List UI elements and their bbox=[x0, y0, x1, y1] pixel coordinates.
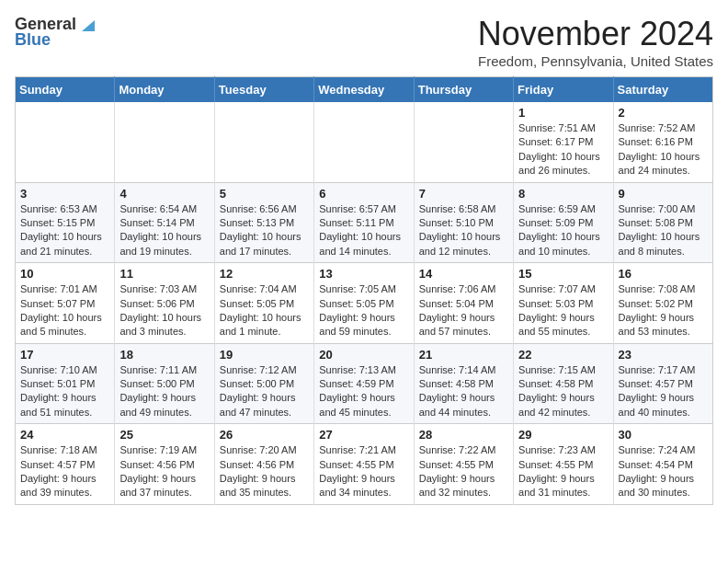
weekday-header-sunday: Sunday bbox=[16, 77, 115, 103]
weekday-header-monday: Monday bbox=[115, 77, 214, 103]
calendar-cell: 30Sunrise: 7:24 AMSunset: 4:54 PMDayligh… bbox=[613, 424, 712, 505]
calendar-body: 1Sunrise: 7:51 AMSunset: 6:17 PMDaylight… bbox=[16, 102, 713, 504]
day-number: 10 bbox=[20, 267, 109, 281]
calendar-cell: 11Sunrise: 7:03 AMSunset: 5:06 PMDayligh… bbox=[115, 263, 214, 344]
day-number: 13 bbox=[319, 267, 408, 281]
day-info: Sunrise: 6:58 AMSunset: 5:10 PMDaylight:… bbox=[419, 202, 508, 259]
calendar-cell: 21Sunrise: 7:14 AMSunset: 4:58 PMDayligh… bbox=[414, 343, 513, 424]
day-info: Sunrise: 6:57 AMSunset: 5:11 PMDaylight:… bbox=[319, 202, 408, 259]
title-block: November 2024 Freedom, Pennsylvania, Uni… bbox=[478, 15, 713, 69]
day-info: Sunrise: 7:18 AMSunset: 4:57 PMDaylight:… bbox=[20, 443, 109, 500]
day-info: Sunrise: 7:20 AMSunset: 4:56 PMDaylight:… bbox=[220, 443, 309, 500]
calendar-cell: 18Sunrise: 7:11 AMSunset: 5:00 PMDayligh… bbox=[115, 343, 214, 424]
day-number: 19 bbox=[220, 348, 309, 362]
calendar-cell: 4Sunrise: 6:54 AMSunset: 5:14 PMDaylight… bbox=[115, 182, 214, 263]
day-info: Sunrise: 7:05 AMSunset: 5:05 PMDaylight:… bbox=[319, 282, 408, 339]
location: Freedom, Pennsylvania, United States bbox=[478, 53, 713, 69]
calendar-cell bbox=[16, 102, 115, 182]
day-info: Sunrise: 7:11 AMSunset: 5:00 PMDaylight:… bbox=[119, 363, 209, 420]
calendar-cell: 16Sunrise: 7:08 AMSunset: 5:02 PMDayligh… bbox=[613, 263, 712, 344]
day-info: Sunrise: 7:06 AMSunset: 5:04 PMDaylight:… bbox=[419, 282, 508, 339]
weekday-header-row: SundayMondayTuesdayWednesdayThursdayFrid… bbox=[16, 77, 713, 103]
day-number: 22 bbox=[518, 348, 608, 362]
day-info: Sunrise: 7:23 AMSunset: 4:55 PMDaylight:… bbox=[518, 443, 608, 500]
calendar-cell: 10Sunrise: 7:01 AMSunset: 5:07 PMDayligh… bbox=[16, 263, 115, 344]
day-info: Sunrise: 6:53 AMSunset: 5:15 PMDaylight:… bbox=[20, 202, 109, 259]
logo-triangle-icon bbox=[78, 17, 95, 33]
calendar-cell: 13Sunrise: 7:05 AMSunset: 5:05 PMDayligh… bbox=[314, 263, 414, 344]
calendar-cell: 23Sunrise: 7:17 AMSunset: 4:57 PMDayligh… bbox=[613, 343, 712, 424]
day-info: Sunrise: 6:54 AMSunset: 5:14 PMDaylight:… bbox=[119, 202, 209, 259]
calendar-cell: 22Sunrise: 7:15 AMSunset: 4:58 PMDayligh… bbox=[514, 343, 613, 424]
calendar-cell bbox=[115, 102, 214, 182]
day-info: Sunrise: 7:03 AMSunset: 5:06 PMDaylight:… bbox=[119, 282, 209, 339]
calendar-cell: 28Sunrise: 7:22 AMSunset: 4:55 PMDayligh… bbox=[414, 424, 513, 505]
calendar-header: SundayMondayTuesdayWednesdayThursdayFrid… bbox=[16, 77, 713, 103]
weekday-header-thursday: Thursday bbox=[414, 77, 513, 103]
day-info: Sunrise: 7:17 AMSunset: 4:57 PMDaylight:… bbox=[619, 363, 708, 420]
calendar-week-row: 17Sunrise: 7:10 AMSunset: 5:01 PMDayligh… bbox=[16, 343, 713, 424]
day-number: 29 bbox=[518, 428, 608, 442]
day-info: Sunrise: 7:07 AMSunset: 5:03 PMDaylight:… bbox=[518, 282, 608, 339]
day-number: 3 bbox=[20, 187, 109, 201]
day-number: 16 bbox=[619, 267, 708, 281]
calendar-cell: 15Sunrise: 7:07 AMSunset: 5:03 PMDayligh… bbox=[514, 263, 613, 344]
calendar-cell: 12Sunrise: 7:04 AMSunset: 5:05 PMDayligh… bbox=[214, 263, 313, 344]
day-number: 26 bbox=[220, 428, 309, 442]
calendar-cell: 29Sunrise: 7:23 AMSunset: 4:55 PMDayligh… bbox=[514, 424, 613, 505]
day-info: Sunrise: 7:00 AMSunset: 5:08 PMDaylight:… bbox=[619, 202, 708, 259]
weekday-header-saturday: Saturday bbox=[613, 77, 712, 103]
calendar-week-row: 10Sunrise: 7:01 AMSunset: 5:07 PMDayligh… bbox=[16, 263, 713, 344]
calendar-cell: 19Sunrise: 7:12 AMSunset: 5:00 PMDayligh… bbox=[214, 343, 313, 424]
day-info: Sunrise: 7:52 AMSunset: 6:16 PMDaylight:… bbox=[619, 121, 708, 178]
day-info: Sunrise: 7:15 AMSunset: 4:58 PMDaylight:… bbox=[518, 363, 608, 420]
day-number: 5 bbox=[220, 187, 309, 201]
day-number: 8 bbox=[518, 187, 608, 201]
calendar-cell: 1Sunrise: 7:51 AMSunset: 6:17 PMDaylight… bbox=[514, 102, 613, 182]
calendar-cell: 20Sunrise: 7:13 AMSunset: 4:59 PMDayligh… bbox=[314, 343, 414, 424]
logo: General Blue bbox=[15, 15, 95, 50]
day-number: 15 bbox=[518, 267, 608, 281]
svg-marker-0 bbox=[82, 20, 95, 31]
calendar-cell: 2Sunrise: 7:52 AMSunset: 6:16 PMDaylight… bbox=[613, 102, 712, 182]
day-number: 24 bbox=[20, 428, 109, 442]
day-number: 20 bbox=[319, 348, 408, 362]
calendar-cell: 8Sunrise: 6:59 AMSunset: 5:09 PMDaylight… bbox=[514, 182, 613, 263]
calendar-week-row: 3Sunrise: 6:53 AMSunset: 5:15 PMDaylight… bbox=[16, 182, 713, 263]
calendar-cell: 5Sunrise: 6:56 AMSunset: 5:13 PMDaylight… bbox=[214, 182, 313, 263]
day-info: Sunrise: 7:24 AMSunset: 4:54 PMDaylight:… bbox=[619, 443, 708, 500]
calendar-cell: 3Sunrise: 6:53 AMSunset: 5:15 PMDaylight… bbox=[16, 182, 115, 263]
day-info: Sunrise: 7:14 AMSunset: 4:58 PMDaylight:… bbox=[419, 363, 508, 420]
day-number: 11 bbox=[119, 267, 209, 281]
month-title: November 2024 bbox=[478, 15, 713, 53]
calendar-cell: 24Sunrise: 7:18 AMSunset: 4:57 PMDayligh… bbox=[16, 424, 115, 505]
calendar-cell: 9Sunrise: 7:00 AMSunset: 5:08 PMDaylight… bbox=[613, 182, 712, 263]
calendar-cell bbox=[414, 102, 513, 182]
page-header: General Blue November 2024 Freedom, Penn… bbox=[15, 15, 713, 69]
day-number: 7 bbox=[419, 187, 508, 201]
calendar-cell: 17Sunrise: 7:10 AMSunset: 5:01 PMDayligh… bbox=[16, 343, 115, 424]
day-info: Sunrise: 7:12 AMSunset: 5:00 PMDaylight:… bbox=[220, 363, 309, 420]
day-number: 4 bbox=[119, 187, 209, 201]
day-number: 21 bbox=[419, 348, 508, 362]
day-number: 27 bbox=[319, 428, 408, 442]
day-number: 14 bbox=[419, 267, 508, 281]
day-number: 23 bbox=[619, 348, 708, 362]
day-info: Sunrise: 7:08 AMSunset: 5:02 PMDaylight:… bbox=[619, 282, 708, 339]
day-info: Sunrise: 6:56 AMSunset: 5:13 PMDaylight:… bbox=[220, 202, 309, 259]
weekday-header-tuesday: Tuesday bbox=[214, 77, 313, 103]
calendar-cell: 27Sunrise: 7:21 AMSunset: 4:55 PMDayligh… bbox=[314, 424, 414, 505]
day-number: 6 bbox=[319, 187, 408, 201]
calendar-cell bbox=[214, 102, 313, 182]
calendar-cell bbox=[314, 102, 414, 182]
calendar-cell: 26Sunrise: 7:20 AMSunset: 4:56 PMDayligh… bbox=[214, 424, 313, 505]
day-info: Sunrise: 7:01 AMSunset: 5:07 PMDaylight:… bbox=[20, 282, 109, 339]
logo-blue: Blue bbox=[15, 30, 51, 50]
calendar-cell: 6Sunrise: 6:57 AMSunset: 5:11 PMDaylight… bbox=[314, 182, 414, 263]
weekday-header-wednesday: Wednesday bbox=[314, 77, 414, 103]
calendar-table: SundayMondayTuesdayWednesdayThursdayFrid… bbox=[15, 76, 713, 505]
day-info: Sunrise: 7:22 AMSunset: 4:55 PMDaylight:… bbox=[419, 443, 508, 500]
day-number: 25 bbox=[119, 428, 209, 442]
day-info: Sunrise: 7:19 AMSunset: 4:56 PMDaylight:… bbox=[119, 443, 209, 500]
day-info: Sunrise: 7:13 AMSunset: 4:59 PMDaylight:… bbox=[319, 363, 408, 420]
